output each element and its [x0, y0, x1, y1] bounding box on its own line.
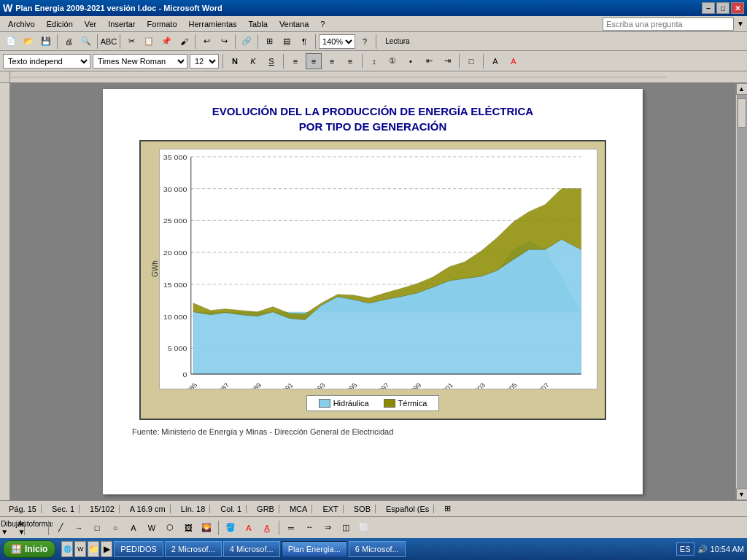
- sep-fmt5: [483, 54, 484, 69]
- new-button[interactable]: 📄: [3, 34, 19, 50]
- wordart-tool[interactable]: W: [144, 520, 160, 536]
- line-tool[interactable]: ╱: [53, 520, 69, 536]
- taskbar-media-icon[interactable]: ▶: [101, 541, 112, 557]
- show-hide[interactable]: ¶: [296, 34, 312, 50]
- style-select[interactable]: Texto independ: [3, 54, 90, 69]
- open-button[interactable]: 📂: [20, 34, 36, 50]
- language-button[interactable]: ES: [676, 542, 694, 556]
- drawing-toolbar: Dibujar ▼ Autoformas ▼ ╱ → □ ○ A W ⬡ 🖼 🌄…: [0, 516, 747, 538]
- taskbar-pedidos[interactable]: PEDIDOS: [114, 541, 163, 557]
- chart-svg: 35 000 30 000 25 000 20 000 15 000 10 00…: [160, 149, 597, 389]
- copy-button[interactable]: 📋: [141, 34, 157, 50]
- legend-label-termica: Térmica: [398, 399, 427, 408]
- format-painter[interactable]: 🖌: [176, 34, 192, 50]
- help-button[interactable]: ?: [357, 34, 373, 50]
- arrow-style-tool[interactable]: ⇒: [320, 520, 336, 536]
- autoforms-btn[interactable]: Autoformas ▼: [28, 520, 44, 536]
- align-right[interactable]: ≡: [324, 53, 340, 69]
- maximize-button[interactable]: □: [716, 2, 729, 14]
- read-button[interactable]: Lectura: [379, 34, 416, 50]
- align-justify[interactable]: ≡: [342, 53, 358, 69]
- zoom-select[interactable]: 140% 100%: [319, 34, 355, 49]
- print-button[interactable]: 🖨: [61, 34, 77, 50]
- app-icon: W: [3, 2, 12, 14]
- taskbar-item3[interactable]: 4 Microsof...: [223, 541, 280, 557]
- 3d-tool[interactable]: ⬜: [356, 520, 372, 536]
- save-button[interactable]: 💾: [38, 34, 54, 50]
- menu-ventana[interactable]: Ventana: [274, 18, 314, 31]
- menu-edicion[interactable]: Edición: [42, 18, 78, 31]
- shadow-tool[interactable]: ◫: [338, 520, 354, 536]
- scroll-up-button[interactable]: ▲: [736, 83, 748, 95]
- sep-fmt1: [222, 54, 223, 69]
- fill-color-tool[interactable]: 🪣: [222, 520, 239, 536]
- arrow-tool[interactable]: →: [71, 520, 87, 536]
- scroll-track[interactable]: [737, 95, 747, 489]
- italic-button[interactable]: K: [245, 53, 261, 69]
- underline-button[interactable]: S: [263, 53, 279, 69]
- taskbar-word-icon[interactable]: W: [74, 541, 86, 557]
- taskbar-item5[interactable]: 6 Microsof...: [349, 541, 406, 557]
- menu-tabla[interactable]: Tabla: [244, 18, 273, 31]
- start-button[interactable]: 🪟 Inicio: [3, 540, 55, 558]
- undo-button[interactable]: ↩: [198, 34, 214, 50]
- cut-button[interactable]: ✂: [123, 34, 139, 50]
- taskbar-explorer-icon[interactable]: 📁: [88, 541, 99, 557]
- font-color-tool[interactable]: A: [259, 520, 275, 536]
- scroll-down-button[interactable]: ▼: [736, 489, 748, 500]
- separator4: [195, 34, 196, 49]
- hyperlink-button[interactable]: 🔗: [239, 34, 255, 50]
- increase-indent[interactable]: ⇥: [439, 53, 455, 69]
- status-sob: SOB: [349, 505, 376, 513]
- menu-ver[interactable]: Ver: [80, 18, 102, 31]
- line-color-tool[interactable]: A: [241, 520, 257, 536]
- menu-archivo[interactable]: Archivo: [3, 18, 40, 31]
- font-size-select[interactable]: 12: [190, 54, 219, 69]
- status-mca: MCA: [285, 505, 312, 513]
- minimize-button[interactable]: –: [702, 2, 715, 14]
- taskbar-plan-energia[interactable]: Plan Energia...: [282, 541, 347, 557]
- dash-style-tool[interactable]: ╌: [301, 520, 317, 536]
- line-spacing[interactable]: ↕: [366, 53, 382, 69]
- paste-button[interactable]: 📌: [158, 34, 174, 50]
- taskbar-browser-icon[interactable]: 🌐: [61, 541, 73, 557]
- align-center[interactable]: ≡: [306, 53, 322, 69]
- numbering[interactable]: ①: [384, 53, 400, 69]
- diagram-tool[interactable]: ⬡: [162, 520, 178, 536]
- y-axis-label: GWh: [148, 149, 159, 389]
- taskbar-pedidos-label: PEDIDOS: [120, 545, 157, 553]
- close-button[interactable]: ✕: [731, 2, 744, 14]
- decrease-indent[interactable]: ⇤: [421, 53, 437, 69]
- highlight-color[interactable]: A: [487, 53, 503, 69]
- scroll-thumb[interactable]: [738, 98, 746, 128]
- columns-button[interactable]: ▤: [279, 34, 295, 50]
- textbox-tool[interactable]: A: [125, 520, 142, 536]
- menu-herramientas[interactable]: Herramientas: [184, 18, 242, 31]
- menu-insertar[interactable]: Insertar: [103, 18, 140, 31]
- redo-button[interactable]: ↪: [216, 34, 232, 50]
- spell-button[interactable]: ABC: [101, 34, 117, 50]
- font-color[interactable]: A: [506, 53, 522, 69]
- line-style-tool[interactable]: ═: [283, 520, 299, 536]
- preview-button[interactable]: 🔍: [78, 34, 94, 50]
- bold-button[interactable]: N: [227, 53, 243, 69]
- menu-formato[interactable]: Formato: [142, 18, 182, 31]
- font-name-select[interactable]: Times New Roman: [93, 54, 187, 69]
- clipart-tool[interactable]: 🖼: [180, 520, 196, 536]
- window-controls: – □ ✕: [702, 2, 744, 14]
- image-tool[interactable]: 🌄: [198, 520, 214, 536]
- taskbar-item2[interactable]: 2 Microsof...: [165, 541, 222, 557]
- sep-fmt3: [362, 54, 363, 69]
- align-left[interactable]: ≡: [287, 53, 303, 69]
- table-button[interactable]: ⊞: [261, 34, 277, 50]
- status-line: Lín. 18: [177, 505, 211, 513]
- outside-border[interactable]: □: [463, 53, 479, 69]
- rect-tool[interactable]: □: [89, 520, 105, 536]
- menu-help[interactable]: ?: [315, 18, 330, 31]
- taskbar-items: 🌐 W 📁 ▶ PEDIDOS 2 Microsof... 4 Microsof…: [61, 541, 405, 557]
- draw-sep2: [48, 521, 49, 535]
- bullets[interactable]: •: [403, 53, 419, 69]
- ask-input[interactable]: [603, 18, 734, 31]
- ellipse-tool[interactable]: ○: [107, 520, 123, 536]
- status-page: Pág. 15: [4, 505, 42, 513]
